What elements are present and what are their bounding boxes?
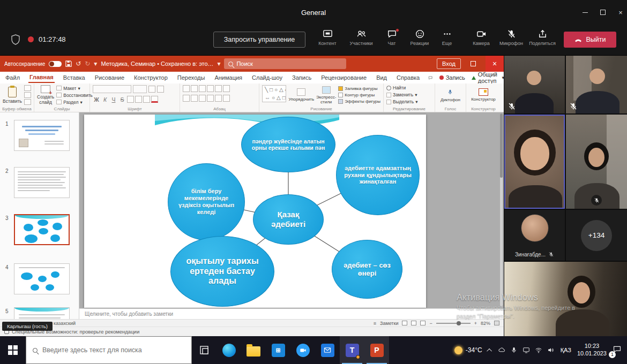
canvas-scrollbar[interactable] (500, 113, 503, 306)
slide-thumbnail-2[interactable] (14, 167, 70, 198)
file-explorer-icon[interactable] (241, 336, 266, 364)
zoom-out-button[interactable]: − (429, 321, 432, 326)
replace-button[interactable]: Заменить▾ (386, 92, 432, 97)
ppt-close-button[interactable]: × (486, 56, 504, 72)
char-spacing-button[interactable] (135, 96, 142, 103)
overflow-participants-tile[interactable]: +134 (566, 210, 627, 261)
increase-indent-button[interactable] (207, 85, 214, 92)
tab-help[interactable]: Справка (395, 73, 421, 82)
tray-mic-icon[interactable] (510, 346, 518, 354)
columns-button[interactable] (215, 95, 222, 102)
diagram-bubble-right[interactable]: әдебиетте адамзаттың рухани құндылықтары… (336, 135, 420, 215)
undo-icon[interactable]: ↺ (76, 60, 81, 67)
new-slide-button[interactable]: Создать слайд (37, 85, 54, 105)
align-left-button[interactable] (183, 95, 190, 102)
font-name-select[interactable] (93, 85, 131, 93)
font-size-select[interactable] (133, 85, 147, 93)
taskbar-search[interactable] (26, 336, 192, 364)
ppt-search-box[interactable]: Поиск (224, 58, 346, 69)
request-control-button[interactable]: Запросить управление (213, 32, 305, 48)
video-tile-4[interactable] (566, 115, 627, 209)
teams-icon[interactable]: T (340, 336, 364, 364)
tab-insert[interactable]: Вставка (62, 73, 86, 82)
participant-avatar-tile[interactable]: Зинағабде... (504, 210, 565, 261)
taskbar-search-input[interactable] (42, 346, 176, 354)
diagram-bubble-center[interactable]: Қазақ әдебиеті (253, 194, 324, 245)
close-button[interactable]: × (610, 0, 627, 25)
video-app-icon[interactable] (290, 336, 315, 364)
redo-icon[interactable]: ↻ (85, 60, 90, 67)
ppt-restore-button[interactable] (465, 56, 481, 72)
powerpoint-icon[interactable]: P (364, 336, 389, 364)
section-button[interactable]: Раздел▾ (56, 100, 92, 105)
grow-font-button[interactable] (148, 86, 155, 93)
video-tile-2[interactable] (566, 56, 627, 113)
tab-file[interactable]: Файл (4, 73, 21, 82)
cut-button[interactable] (24, 85, 31, 91)
display-icon[interactable] (522, 346, 530, 354)
tab-transitions[interactable]: Переходы (176, 73, 206, 82)
align-center-button[interactable] (191, 95, 198, 102)
normal-view-button[interactable] (402, 321, 407, 325)
tray-overflow-icon[interactable] (487, 348, 492, 353)
bold-button[interactable]: Ж (93, 96, 100, 103)
record-button[interactable]: Запись (439, 74, 465, 81)
reset-button[interactable]: Восстановить (56, 93, 92, 98)
slide-sorter-view-button[interactable] (411, 321, 416, 325)
store-icon[interactable]: ⊞ (266, 336, 290, 364)
zoom-in-button[interactable]: + (474, 321, 477, 326)
font-color-button[interactable] (151, 96, 158, 103)
decrease-indent-button[interactable] (199, 85, 206, 92)
tab-record[interactable]: Запись (291, 73, 312, 82)
task-view-button[interactable] (192, 336, 217, 364)
diagram-bubble-bottom-right[interactable]: әдебиет – сөз өнері (332, 240, 402, 299)
justify-button[interactable] (207, 95, 214, 102)
network-icon[interactable] (535, 346, 542, 354)
slide-thumbnail-5[interactable] (14, 307, 70, 319)
mail-icon[interactable] (315, 336, 340, 364)
dictate-button[interactable]: Диктофон (441, 85, 460, 105)
diagram-bubble-bottom-left[interactable]: оқытылу тарихы ертеден бастау алады (170, 236, 274, 307)
content-button[interactable]: Контент (312, 29, 342, 52)
diagram-bubble-left[interactable]: білім беру мекемелерінде үздіксіз оқытыл… (168, 163, 245, 240)
slide[interactable]: пәндер жүйесінде алатын орны ерекше ғылы… (84, 115, 426, 308)
volume-icon[interactable] (547, 346, 555, 354)
title-chevron-icon[interactable]: ▾ (217, 60, 220, 67)
chat-button[interactable]: Чат (377, 29, 407, 52)
quick-access-chevron-icon[interactable]: ▾ (94, 60, 97, 67)
shrink-font-button[interactable] (157, 86, 164, 93)
format-painter-button[interactable] (24, 99, 31, 105)
start-button[interactable] (0, 336, 26, 364)
find-button[interactable]: Найти (386, 85, 432, 90)
layout-button[interactable]: Макет▾ (56, 86, 92, 91)
select-button[interactable]: Выделить▾ (386, 99, 432, 104)
tab-home[interactable]: Главная (28, 72, 55, 83)
sign-in-button[interactable]: Вход (437, 58, 461, 69)
shape-fill-button[interactable]: Заливка фигуры (338, 86, 380, 91)
save-icon[interactable] (65, 60, 72, 67)
video-tile-1[interactable] (504, 56, 565, 113)
mic-button[interactable]: Микрофон (496, 29, 526, 52)
action-center-button[interactable]: 1 (613, 345, 622, 356)
share-document-button[interactable]: Общий доступ ▾ (472, 71, 504, 84)
tab-draw[interactable]: Рисование (94, 73, 125, 82)
slide-thumbnail-1[interactable] (14, 120, 70, 151)
notes-pane[interactable]: Щелкните, чтобы добавить заметки (79, 308, 504, 319)
tab-slideshow[interactable]: Слайд-шоу (251, 73, 283, 82)
italic-button[interactable]: К (101, 96, 109, 103)
numbering-button[interactable] (191, 85, 198, 92)
arrange-button[interactable]: Упорядочить (288, 85, 314, 105)
weather-widget[interactable]: -34°C (454, 346, 482, 354)
tab-review[interactable]: Рецензирование (320, 73, 368, 82)
text-shadow-button[interactable] (127, 96, 134, 103)
quick-styles-button[interactable]: Экспресс-стили (316, 85, 336, 105)
diagram-bubble-top[interactable]: пәндер жүйесінде алатын орны ерекше ғылы… (241, 117, 335, 172)
tab-animations[interactable]: Анимация (213, 73, 243, 82)
smartart-button[interactable] (223, 95, 230, 102)
text-direction-button[interactable] (223, 85, 230, 92)
video-tile-3-active-speaker[interactable] (504, 115, 565, 209)
notes-toggle-label[interactable]: Заметки (380, 321, 398, 326)
notes-toggle-icon[interactable]: ≡ (374, 321, 376, 326)
designer-button[interactable]: Конструктор (471, 85, 496, 105)
shape-effects-button[interactable]: Эффекты фигуры (338, 99, 380, 104)
